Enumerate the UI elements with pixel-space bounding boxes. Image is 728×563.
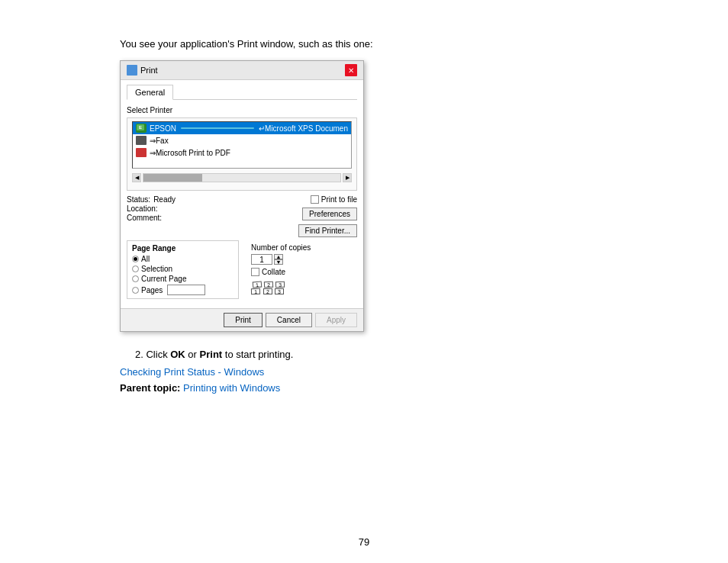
page-number: 79: [359, 536, 369, 548]
collate-label: Collate: [262, 268, 285, 276]
comment-field: Comment:: [127, 214, 234, 222]
step2-text-prefix: Click: [146, 349, 170, 360]
printer-epson-bar: [181, 127, 254, 129]
copies-spinner-btns: ▲ ▼: [274, 254, 283, 265]
radio-pages-btn[interactable]: [132, 287, 139, 294]
collate-stack-3: 3 3: [275, 282, 285, 294]
footer-apply-button[interactable]: Apply: [315, 313, 357, 327]
copies-spinner: 1 ▲ ▼: [251, 254, 353, 265]
printer-item-epson[interactable]: E EPSON ↵Microsoft XPS Documen: [133, 122, 351, 134]
dialog-close-button[interactable]: ✕: [345, 64, 357, 76]
pages-row: Pages: [132, 285, 234, 295]
printer-list[interactable]: E EPSON ↵Microsoft XPS Documen ⇒Fax: [132, 121, 352, 169]
collate-page-2-bot: 2: [263, 288, 272, 294]
collate-stack-1: 1 1: [251, 282, 262, 294]
status-row: Status: Ready Location: Comment:: [127, 195, 357, 239]
radio-current-page-label: Current Page: [141, 275, 186, 283]
tab-general[interactable]: General: [127, 85, 173, 100]
step2-number: 2.: [135, 349, 143, 360]
two-col-section: Page Range All Selection Current Page: [127, 240, 357, 299]
radio-all-btn[interactable]: [132, 256, 139, 262]
printer-name-epson: EPSON: [150, 124, 176, 133]
pages-input[interactable]: [167, 285, 205, 295]
or-label: or: [185, 349, 200, 360]
dialog-footer: Print Cancel Apply: [121, 308, 363, 331]
footer-cancel-button[interactable]: Cancel: [266, 313, 312, 327]
page-range-title: Page Range: [132, 244, 234, 253]
status-key: Status:: [127, 195, 150, 204]
print-to-file-checkbox[interactable]: [311, 195, 319, 204]
collate-icons: 1 1 2 2 3: [251, 282, 353, 294]
status-col-right: Print to file Preferences Find Printer..…: [250, 195, 357, 239]
page-range-box: Page Range All Selection Current Page: [127, 240, 239, 299]
collate-row: Collate: [251, 268, 353, 276]
print-label: Print: [200, 349, 223, 360]
status-col-left: Status: Ready Location: Comment:: [127, 195, 234, 239]
printer-list-box: E EPSON ↵Microsoft XPS Documen ⇒Fax: [127, 117, 357, 191]
select-printer-label: Select Printer: [127, 106, 357, 114]
preferences-button[interactable]: Preferences: [302, 208, 357, 220]
comment-key: Comment:: [127, 214, 162, 222]
copies-decrement-btn[interactable]: ▼: [274, 259, 283, 265]
radio-selection-btn[interactable]: [132, 265, 139, 272]
radio-all-label: All: [141, 255, 150, 263]
find-printer-button[interactable]: Find Printer...: [298, 224, 357, 237]
copies-label: Number of copies: [251, 243, 353, 252]
dialog-body: General Select Printer E EPSON: [121, 80, 363, 308]
step2-suffix: to start printing.: [222, 349, 293, 360]
parent-topic-link[interactable]: Printing with Windows: [183, 382, 280, 394]
radio-selection[interactable]: Selection: [132, 265, 234, 273]
print-to-file-row: Print to file: [311, 195, 357, 204]
content-area: You see your application's Print window,…: [105, 38, 623, 400]
printer-list-scrollbar: ◀ ▶: [132, 173, 352, 182]
printer-item-pdf[interactable]: ⇒Microsoft Print to PDF: [133, 146, 351, 159]
page: You see your application's Print window,…: [0, 0, 728, 563]
scroll-left-arrow[interactable]: ◀: [132, 173, 141, 182]
status-field: Status: Ready: [127, 195, 234, 204]
printer-name-pdf: ⇒Microsoft Print to PDF: [150, 149, 230, 157]
ok-label: OK: [170, 349, 185, 360]
printer-item-fax[interactable]: ⇒Fax: [133, 134, 351, 146]
status-val: Ready: [153, 195, 176, 204]
dialog-title-left: Print: [127, 65, 158, 76]
scrollbar-track: [143, 173, 341, 182]
radio-selection-label: Selection: [141, 265, 172, 273]
radio-pages-label: Pages: [141, 286, 163, 294]
collate-stack-2: 2 2: [263, 282, 273, 294]
checking-print-status-link[interactable]: Checking Print Status - Windows: [120, 366, 608, 378]
collate-page-3-bot: 3: [275, 288, 284, 294]
radio-all[interactable]: All: [132, 255, 234, 263]
dialog-tab-row: General: [127, 85, 357, 100]
collate-page-1-top: 1: [253, 281, 263, 288]
intro-text: You see your application's Print window,…: [120, 38, 608, 50]
print-dialog-screenshot: Print ✕ General Select Printer: [120, 60, 364, 332]
footer-print-button[interactable]: Print: [224, 313, 263, 327]
radio-current-page[interactable]: Current Page: [132, 275, 234, 283]
collate-page-2-top: 2: [264, 282, 273, 288]
dialog-title-text: Print: [140, 66, 158, 75]
collate-page-1-bot: 1: [251, 288, 260, 294]
copies-increment-btn[interactable]: ▲: [274, 254, 283, 259]
collate-area: Collate 1 1 2: [251, 268, 353, 294]
copies-input[interactable]: 1: [251, 254, 272, 265]
scroll-right-arrow[interactable]: ▶: [343, 173, 352, 182]
printer-name-microsoft-xps: ↵Microsoft XPS Documen: [259, 124, 348, 133]
dialog-titlebar: Print ✕: [121, 61, 363, 80]
parent-topic-line: Parent topic: Printing with Windows: [120, 382, 608, 394]
printer-name-fax: ⇒Fax: [150, 137, 169, 145]
parent-topic-label: Parent topic:: [120, 382, 180, 394]
collate-checkbox[interactable]: [251, 268, 259, 276]
collate-page-3-top: 3: [275, 282, 285, 288]
location-field: Location:: [127, 204, 234, 213]
radio-current-page-btn[interactable]: [132, 275, 139, 282]
print-to-file-label: Print to file: [321, 195, 357, 204]
step2-text: 2. Click OK or Print to start printing.: [135, 349, 608, 360]
location-key: Location:: [127, 204, 158, 213]
print-dialog-icon: [127, 65, 137, 76]
copies-box: Number of copies 1 ▲ ▼ Collate: [246, 240, 357, 299]
scrollbar-thumb: [143, 174, 202, 182]
